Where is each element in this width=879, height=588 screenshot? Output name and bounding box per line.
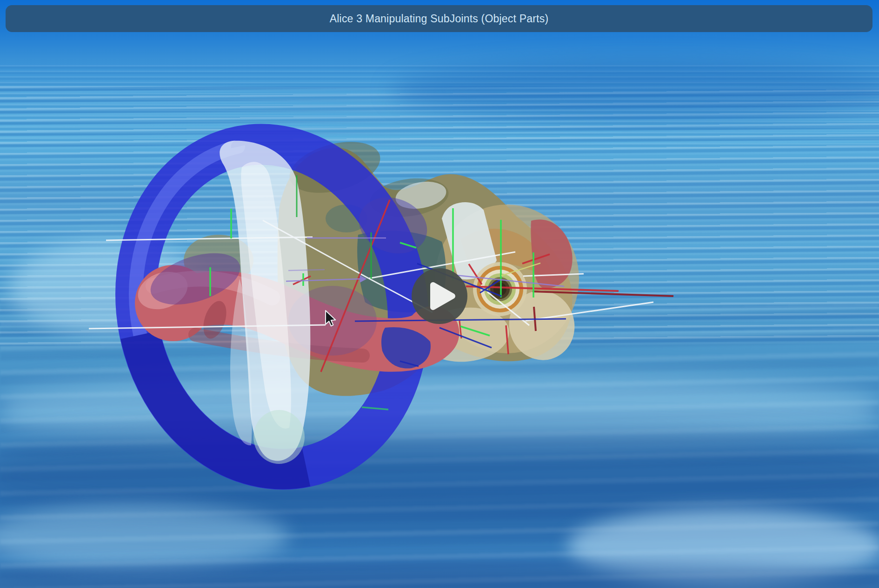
play-button[interactable] <box>412 268 467 324</box>
video-title-bar: Alice 3 Manipulating SubJoints (Object P… <box>6 5 872 32</box>
tube-right-wedge <box>531 219 572 289</box>
blade-bottom-tint <box>253 410 305 464</box>
video-player[interactable]: Alice 3 Manipulating SubJoints (Object P… <box>0 0 879 588</box>
video-title: Alice 3 Manipulating SubJoints (Object P… <box>330 13 549 25</box>
play-icon <box>412 268 467 324</box>
